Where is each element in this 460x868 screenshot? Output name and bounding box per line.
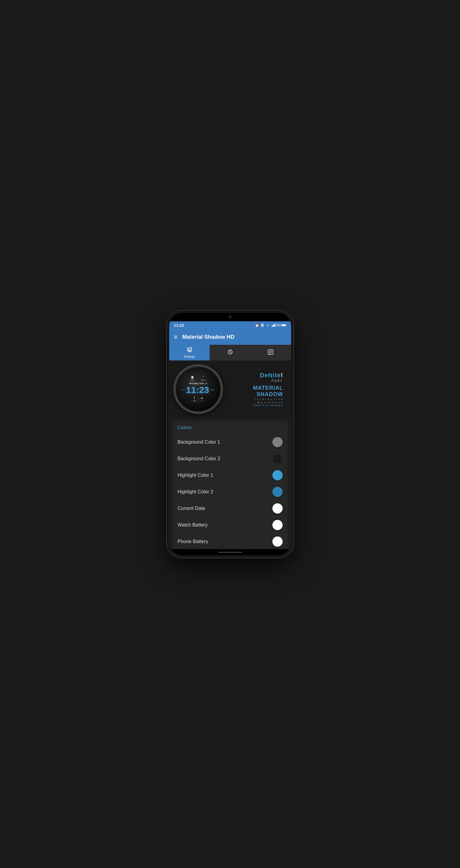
- settings-tab-label: Settings: [184, 355, 195, 358]
- color-swatch-highlight-color-2[interactable]: [272, 487, 283, 497]
- tab-info[interactable]: [250, 345, 291, 361]
- app-title: Material Shadow HD: [182, 334, 234, 340]
- watch-face-preview: ⌚ 63% 📱 100% Monday Nov, 4 37 11:23: [174, 365, 222, 413]
- tab-settings[interactable]: Settings: [169, 345, 210, 361]
- setting-row-watch-battery[interactable]: Watch Battery: [178, 517, 283, 533]
- svg-rect-1: [262, 324, 263, 326]
- setting-label-bg-color-1: Background Color 1: [178, 439, 220, 445]
- battery-percent: 100%: [277, 323, 281, 327]
- wifi-status-icon: [266, 323, 270, 327]
- battery-icon: [282, 323, 286, 327]
- app-bar: ≡ Material Shadow HD: [169, 329, 291, 345]
- watch-stats: 🚶 346 ☁ 7°: [182, 396, 214, 403]
- status-bar: 11:23 ⏰: [169, 321, 291, 329]
- watch-weather-col: ☁ 7°: [200, 396, 203, 402]
- svg-point-9: [189, 349, 190, 351]
- color-swatch-phone-battery[interactable]: [272, 536, 283, 547]
- watch-bat-val: 63%: [190, 379, 195, 381]
- svg-rect-4: [273, 324, 274, 327]
- brand-widget: Widget & Live Wallpaper: [253, 404, 283, 406]
- watch-am-pm: AM: [210, 389, 214, 391]
- hamburger-menu-icon[interactable]: ≡: [174, 334, 178, 341]
- phone-screen: 11:23 ⏰: [169, 313, 291, 555]
- setting-label-phone-battery: Phone Battery: [178, 539, 208, 544]
- setting-row-bg-color-2[interactable]: Background Color 2: [178, 451, 283, 467]
- color-swatch-current-date[interactable]: [272, 503, 283, 514]
- settings-tab-icon: [186, 347, 193, 354]
- svg-rect-2: [271, 326, 272, 327]
- brand-material-area: MATERIAL SHADOW I n t e r a c t i v e W …: [253, 385, 283, 406]
- vibrate-status-icon: [260, 323, 264, 327]
- bottom-bar: [169, 549, 291, 555]
- setting-row-phone-battery[interactable]: Phone Battery: [178, 533, 283, 549]
- status-time: 11:23: [174, 323, 184, 328]
- notch-bar: [169, 313, 291, 321]
- settings-container: Colors Background Color 1 Background Col…: [169, 418, 291, 549]
- watch-left-num: 37: [182, 389, 185, 391]
- colors-section-title: Colors: [178, 425, 283, 432]
- watch-vertical-divider: [198, 396, 199, 403]
- color-swatch-highlight-color-1[interactable]: [272, 470, 283, 480]
- setting-row-highlight-color-1[interactable]: Highlight Color 1: [178, 467, 283, 484]
- camera-dot: [229, 315, 232, 318]
- status-icons: ⏰: [255, 323, 286, 327]
- brand-appz: Appz: [271, 378, 283, 382]
- denite-text: De: [260, 372, 268, 378]
- svg-rect-3: [272, 325, 273, 327]
- watch-battery-col: ⌚ 63%: [190, 376, 195, 381]
- setting-label-highlight-color-1: Highlight Color 1: [178, 472, 213, 478]
- tabs-bar: Settings: [169, 345, 291, 361]
- color-swatch-bg-color-1[interactable]: [272, 437, 283, 447]
- watch-time-row: 37 11:23 AM: [182, 385, 214, 395]
- phone-bat-icon: 📱: [201, 376, 205, 379]
- svg-line-13: [230, 352, 231, 352]
- setting-label-current-date: Current Date: [178, 506, 205, 511]
- brand-material-title: MATERIAL: [253, 385, 283, 391]
- brand-interactive: I n t e r a c t i v e: [253, 398, 283, 401]
- info-tab-icon: [267, 349, 274, 356]
- watch-inner: ⌚ 63% 📱 100% Monday Nov, 4 37 11:23: [182, 376, 214, 403]
- colors-settings-card: Colors Background Color 1 Background Col…: [173, 421, 287, 549]
- color-swatch-bg-color-2[interactable]: [272, 454, 283, 464]
- alarm-status-icon: ⏰: [255, 323, 259, 327]
- watch-bat-icon: ⌚: [191, 376, 194, 379]
- watch-battery-row: ⌚ 63% 📱 100%: [182, 376, 214, 381]
- denite-logo: DeNite!: [260, 372, 283, 379]
- setting-row-bg-color-1[interactable]: Background Color 1: [178, 434, 283, 451]
- setting-label-watch-battery: Watch Battery: [178, 522, 208, 528]
- setting-row-highlight-color-2[interactable]: Highlight Color 2: [178, 484, 283, 500]
- watchface-tab-icon: [227, 349, 233, 356]
- watch-face: ⌚ 63% 📱 100% Monday Nov, 4 37 11:23: [174, 365, 222, 413]
- steps-val: 346: [193, 400, 196, 402]
- phone-battery-col: 📱 100%: [201, 376, 206, 381]
- brand-watch-face: W a t c h F a c e: [253, 401, 283, 404]
- color-swatch-watch-battery[interactable]: [272, 520, 283, 530]
- setting-label-highlight-color-2: Highlight Color 2: [178, 489, 213, 495]
- watch-date: Monday Nov, 4: [182, 382, 214, 385]
- setting-label-bg-color-2: Background Color 2: [178, 456, 220, 461]
- svg-rect-8: [286, 325, 286, 326]
- brand-area: DeNite! Appz MATERIAL SHADOW I n t e r a…: [225, 372, 286, 406]
- tab-watchface[interactable]: [210, 345, 250, 361]
- steps-icon: 🚶: [193, 396, 196, 399]
- watch-time: 11:23: [186, 385, 209, 395]
- nav-hint: [218, 552, 242, 553]
- phone-bat-val: 100%: [201, 379, 206, 381]
- svg-rect-7: [282, 324, 285, 326]
- watch-steps-col: 🚶 346: [193, 396, 196, 402]
- phone-device: 11:23 ⏰: [167, 310, 293, 558]
- weather-icon: ☁: [200, 396, 203, 399]
- preview-area: ⌚ 63% 📱 100% Monday Nov, 4 37 11:23: [169, 361, 291, 418]
- weather-val: 7°: [201, 400, 203, 402]
- setting-row-current-date[interactable]: Current Date: [178, 500, 283, 517]
- brand-shadow-title: SHADOW: [253, 391, 283, 398]
